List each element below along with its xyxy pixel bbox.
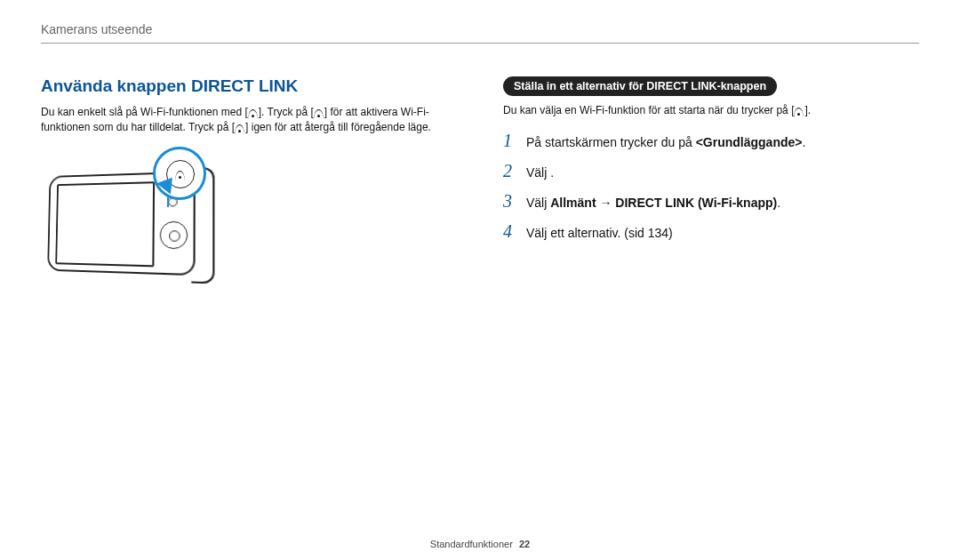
left-column: Använda knappen DIRECT LINK Du kan enkel… (41, 76, 468, 528)
step-item: 1 På startskärmen trycker du på <Grundlä… (503, 131, 919, 151)
right-column: Ställa in ett alternativ för DIRECT LINK… (503, 76, 919, 528)
camera-screen (55, 181, 155, 267)
step-number: 2 (503, 161, 517, 181)
text: Du kan enkelt slå på Wi-Fi-funktionen me… (41, 106, 248, 118)
section-heading: Använda knappen DIRECT LINK (41, 76, 468, 96)
text: ]. Tryck på [ (259, 106, 314, 118)
step-item: 3 Välj Allmänt → DIRECT LINK (Wi-Fi-knap… (503, 191, 919, 212)
step-number: 4 (503, 221, 517, 242)
camera-illustration (41, 148, 210, 282)
wifi-icon (248, 106, 259, 120)
callout-circle (153, 147, 206, 200)
step-text: På startskärmen trycker du på <Grundlägg… (526, 135, 805, 149)
footer-section: Standardfunktioner (430, 539, 513, 549)
step-number: 3 (503, 191, 517, 212)
intro-paragraph: Du kan enkelt slå på Wi-Fi-funktionen me… (41, 105, 468, 136)
wifi-icon (314, 106, 324, 120)
steps-list: 1 På startskärmen trycker du på <Grundlä… (503, 131, 919, 242)
step-item: 4 Välj ett alternativ. (sid 134) (503, 221, 919, 242)
main-content: Använda knappen DIRECT LINK Du kan enkel… (41, 76, 919, 528)
text: ]. (804, 104, 811, 116)
header-divider (41, 43, 919, 44)
right-intro-text: Du kan välja en Wi-Fi-funktion för att s… (503, 103, 919, 118)
page-footer: Standardfunktioner 22 (0, 539, 960, 549)
page-number: 22 (519, 539, 530, 549)
wifi-icon (794, 104, 804, 118)
text: ] igen för att återgå till föregående lä… (245, 121, 431, 133)
step-text: Välj ett alternativ. (sid 134) (526, 226, 673, 240)
step-text: Välj Allmänt → DIRECT LINK (Wi-Fi-knapp)… (526, 196, 780, 210)
wifi-icon (235, 121, 245, 135)
step-text: Välj . (526, 165, 554, 180)
step-number: 1 (503, 131, 517, 151)
pill-heading: Ställa in ett alternativ för DIRECT LINK… (503, 76, 777, 96)
step-item: 2 Välj . (503, 161, 919, 181)
camera-dpad (160, 221, 188, 249)
text: Du kan välja en Wi-Fi-funktion för att s… (503, 104, 794, 116)
breadcrumb: Kamerans utseende (41, 22, 152, 36)
